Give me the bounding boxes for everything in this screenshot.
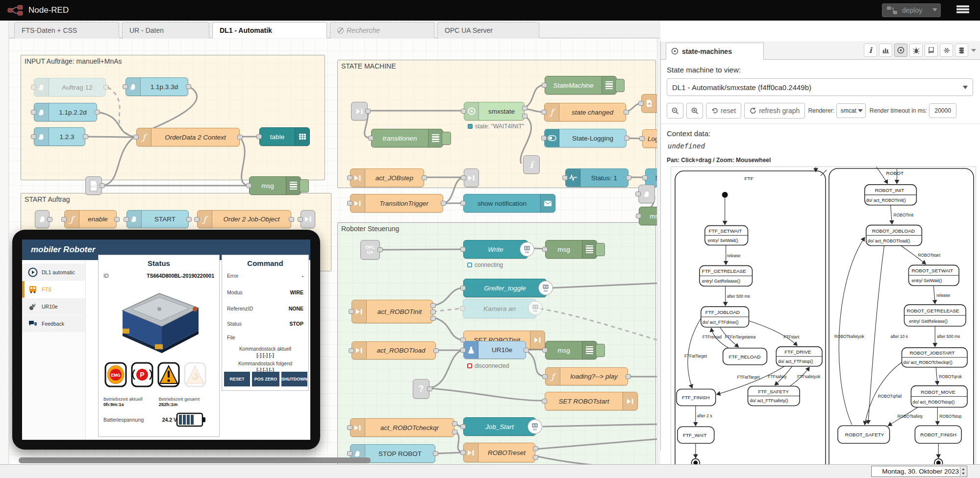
port[interactable]: [460, 201, 466, 206]
node-inject-start[interactable]: START: [126, 210, 189, 228]
port[interactable]: [433, 348, 439, 353]
info-tab-button[interactable]: i: [864, 44, 877, 57]
port[interactable]: [133, 135, 139, 140]
port[interactable]: [533, 455, 538, 460]
port[interactable]: [541, 136, 547, 141]
port[interactable]: [460, 450, 466, 455]
port[interactable]: [542, 399, 547, 404]
node-link-mid[interactable]: [464, 168, 479, 187]
port[interactable]: [347, 451, 352, 456]
tab-state-machines[interactable]: state-machines: [666, 43, 764, 60]
settings-gear-button[interactable]: [940, 44, 953, 57]
main-menu-button[interactable]: [956, 4, 969, 16]
node-show-notification[interactable]: show notification: [463, 194, 555, 213]
port[interactable]: [365, 109, 371, 114]
state-machine-select[interactable]: DL1 - Automatik/smxstate (f4ff0ca0.2449b…: [667, 78, 973, 96]
port[interactable]: [368, 136, 374, 141]
port[interactable]: [522, 106, 528, 111]
node-status-1[interactable]: Status: 1: [565, 168, 628, 187]
renderer-select[interactable]: smcat: [836, 103, 866, 118]
port[interactable]: [562, 175, 568, 180]
flow-canvas[interactable]: INPUT Aufträge: manuell+MnAs STATE MACHI…: [9, 38, 660, 464]
node-switch-state-logging[interactable]: State-Logging: [544, 129, 627, 147]
port[interactable]: [186, 217, 192, 222]
node-debug-msg-1[interactable]: msg: [249, 176, 301, 195]
node-debug-transitionen[interactable]: transitionen: [371, 129, 443, 147]
debug-toggle-button[interactable]: [615, 79, 625, 92]
port[interactable]: [624, 110, 629, 115]
debug-toggle-button[interactable]: [442, 132, 451, 145]
node-function-state-changed[interactable]: ƒ state changed: [544, 103, 626, 121]
sidebar-caret-icon[interactable]: [971, 49, 976, 52]
node-inject-clipped[interactable]: [638, 185, 655, 203]
port[interactable]: [422, 175, 427, 180]
port[interactable]: [186, 84, 191, 89]
node-kamera-an[interactable]: Kamera an: [463, 299, 536, 318]
node-link-transitiontrigger[interactable]: TransitionTrigger: [350, 194, 443, 213]
node-link-out-start[interactable]: [301, 210, 315, 228]
port[interactable]: [542, 83, 547, 88]
port[interactable]: [642, 175, 648, 180]
port[interactable]: [433, 451, 438, 456]
node-template-12[interactable]: 1.2: [85, 176, 102, 195]
debug-toggle-button[interactable]: [300, 179, 309, 192]
node-link-act-robotinit[interactable]: act_ROBOTinit: [352, 300, 433, 323]
node-inject-11p22d[interactable]: 1.1p.2.2d: [34, 103, 97, 121]
port[interactable]: [349, 309, 354, 314]
context-data-button[interactable]: [955, 44, 968, 57]
port[interactable]: [461, 109, 466, 114]
port[interactable]: [430, 303, 436, 308]
node-inject-11p33d[interactable]: 1.1p.3.3d: [126, 77, 188, 96]
port[interactable]: [47, 217, 52, 222]
port[interactable]: [95, 110, 100, 115]
port[interactable]: [638, 101, 644, 106]
state-diagram[interactable]: FTF ROBOT FTF_SETWAIT entry/ SetWait(): [671, 167, 976, 477]
port[interactable]: [347, 201, 352, 206]
tab-opc-ua-server[interactable]: OPC UA Server: [437, 22, 539, 38]
port[interactable]: [460, 337, 466, 342]
horizontal-scrollbar[interactable]: [19, 457, 371, 463]
node-job-start[interactable]: Job_Start: [463, 417, 536, 436]
port[interactable]: [541, 110, 547, 115]
port[interactable]: [123, 84, 128, 89]
port[interactable]: [31, 134, 36, 139]
reset-button[interactable]: RESET: [224, 372, 250, 386]
port[interactable]: [460, 306, 465, 311]
port[interactable]: [542, 247, 548, 252]
debug-toggle-button[interactable]: [596, 344, 605, 357]
node-smxstate[interactable]: smxstate: [464, 102, 525, 120]
node-debug-msg-2[interactable]: msg: [545, 240, 597, 259]
deploy-caret-icon[interactable]: [932, 8, 937, 11]
node-function-enable[interactable]: ƒ enable: [64, 210, 117, 228]
debug-toggle-button[interactable]: [596, 243, 605, 256]
date-input[interactable]: Montag, 30. Oktober 2023: [871, 466, 967, 477]
tablet-nav-dl1[interactable]: DL1 automatic: [22, 264, 85, 281]
node-table[interactable]: table: [259, 127, 310, 146]
port[interactable]: [61, 217, 67, 222]
port[interactable]: [194, 217, 200, 222]
port[interactable]: [256, 134, 262, 139]
port[interactable]: [635, 191, 641, 196]
tab-recherche[interactable]: Recherche: [330, 22, 434, 38]
port[interactable]: [31, 110, 36, 115]
port[interactable]: [460, 247, 466, 252]
port[interactable]: [461, 175, 466, 180]
port[interactable]: [347, 175, 352, 180]
port[interactable]: [100, 183, 105, 188]
tablet-nav-feedback[interactable]: Feedback: [22, 315, 85, 332]
port[interactable]: [542, 374, 548, 379]
port[interactable]: [349, 348, 354, 353]
port[interactable]: [522, 114, 528, 119]
node-link-act-robotcheckqr[interactable]: act_ROBOTcheckqr: [350, 418, 454, 437]
port[interactable]: [246, 183, 251, 188]
port[interactable]: [624, 136, 629, 141]
node-function-orderdata[interactable]: ƒ OrderData 2 Context: [136, 128, 240, 146]
port[interactable]: [626, 175, 631, 180]
port[interactable]: [124, 217, 129, 222]
port[interactable]: [626, 374, 631, 379]
tab-ur-daten[interactable]: UR - Daten: [122, 22, 209, 38]
tablet-nav-ur10e[interactable]: UR10e: [22, 298, 85, 315]
port[interactable]: [427, 386, 432, 391]
node-inject-auftrag12[interactable]: Auftrag 12: [34, 78, 106, 96]
port[interactable]: [377, 247, 383, 252]
